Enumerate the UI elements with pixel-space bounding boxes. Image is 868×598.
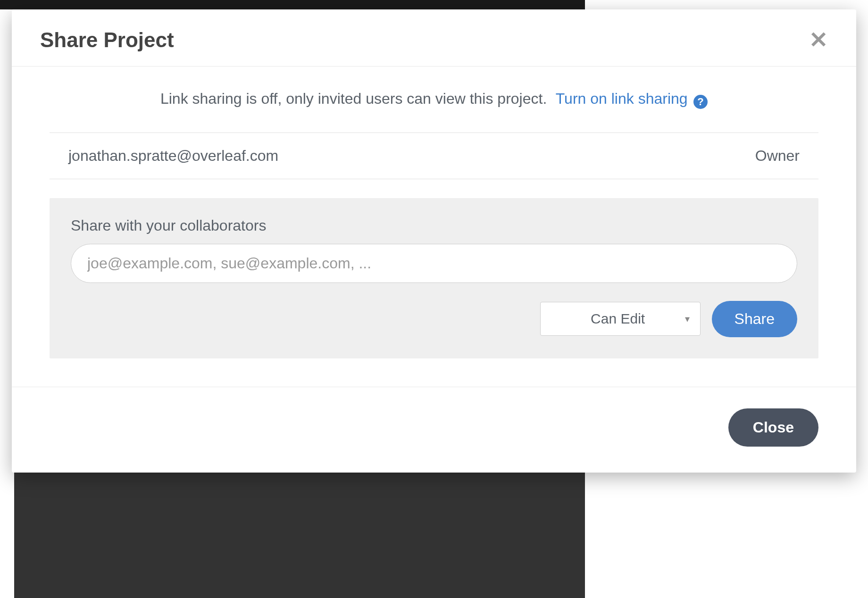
help-icon[interactable]: ? [693,95,708,109]
modal-title: Share Project [40,28,174,52]
link-sharing-status: Link sharing is off, only invited users … [160,90,547,107]
permission-select[interactable]: Can Edit [540,302,701,336]
permission-selected-label: Can Edit [591,311,645,326]
collaborator-email-input[interactable] [71,244,797,283]
modal-header: Share Project ✕ [12,9,856,66]
owner-row: jonathan.spratte@overleaf.com Owner [50,133,818,179]
link-sharing-row: Link sharing is off, only invited users … [50,66,818,133]
modal-body: Link sharing is off, only invited users … [12,66,856,358]
share-collaborators-section: Share with your collaborators Can Edit S… [50,198,818,358]
modal-footer: Close [12,387,856,473]
owner-role: Owner [755,147,800,165]
share-controls: Can Edit Share [71,301,797,337]
modal-overlay: Share Project ✕ Link sharing is off, onl… [0,0,868,598]
turn-on-link-sharing-link[interactable]: Turn on link sharing [556,90,688,107]
share-project-modal: Share Project ✕ Link sharing is off, onl… [12,9,856,473]
close-icon[interactable]: ✕ [809,29,828,51]
close-button[interactable]: Close [728,408,818,447]
share-button[interactable]: Share [712,301,797,337]
share-label: Share with your collaborators [71,217,797,234]
owner-email: jonathan.spratte@overleaf.com [68,147,278,165]
